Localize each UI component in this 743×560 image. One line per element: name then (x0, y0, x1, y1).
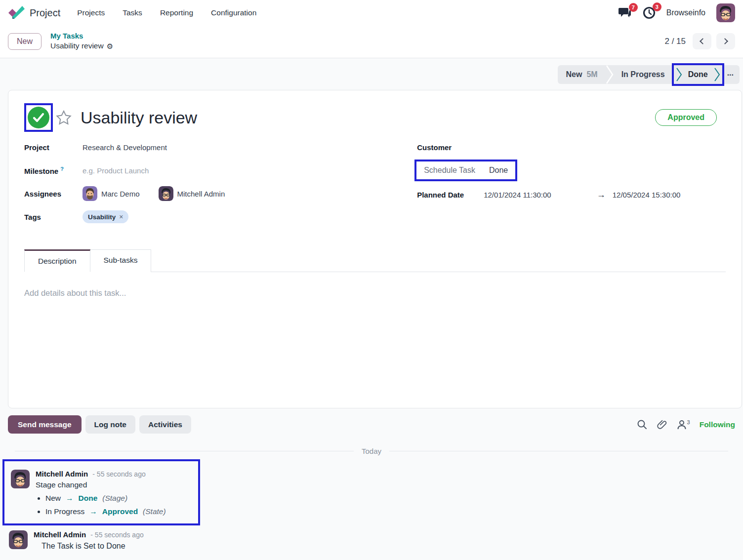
avatar-mitchell-admin[interactable] (9, 530, 28, 551)
annotation-box-schedule-task: Schedule Task Done (414, 160, 517, 181)
activities-button[interactable]: Activities (139, 415, 191, 434)
stage-done[interactable]: Done (682, 70, 714, 79)
search-messages-icon[interactable] (637, 419, 647, 430)
planned-date-start[interactable]: 12/01/2024 11:30:00 (484, 191, 551, 199)
message-stage-changed: Mitchell Admin - 55 seconds ago Stage ch… (11, 470, 198, 516)
activities-clock-icon[interactable]: 3 (643, 6, 656, 19)
message-author: Mitchell Admin (34, 530, 86, 539)
user-avatar[interactable] (716, 3, 735, 22)
assignee-mitchell-admin[interactable]: Mitchell Admin (159, 186, 225, 201)
project-value[interactable]: Research & Development (83, 143, 167, 152)
project-app-icon (8, 5, 25, 21)
stage-new-milestone-count: 5M (586, 70, 597, 79)
chevron-right-icon (722, 38, 728, 44)
planned-date-end[interactable]: 12/05/2024 15:30:00 (613, 191, 681, 199)
messages-badge: 7 (629, 3, 638, 12)
task-form-sheet: Usability review Approved Project Resear… (8, 90, 742, 408)
task-title[interactable]: Usability review (81, 108, 197, 127)
avatar-marc-demo (83, 186, 97, 201)
stage-selector: New 5M In Progress Done ... (558, 65, 740, 84)
messages-icon[interactable]: 7 (618, 7, 632, 19)
stage-new[interactable]: New 5M (558, 65, 605, 84)
pager-next-button[interactable] (716, 33, 735, 49)
state-badge-approved: Approved (655, 109, 717, 126)
message-task-set-done: Mitchell Admin - 55 seconds ago The Task… (9, 530, 743, 551)
send-message-button[interactable]: Send message (8, 415, 82, 434)
project-label: Project (24, 143, 83, 152)
planned-date-label: Planned Date (417, 191, 484, 199)
message-body: The Task is Set to Done (34, 542, 144, 551)
milestone-help-icon: ? (60, 166, 64, 172)
annotation-box-done-check (24, 103, 53, 132)
following-button[interactable]: Following (700, 420, 735, 429)
assignee-marc-demo[interactable]: Marc Demo (83, 186, 140, 201)
app-switcher[interactable]: Project (8, 5, 60, 21)
tag-usability[interactable]: Usability × (83, 210, 128, 223)
stage-separator-icon (606, 65, 614, 84)
assignees-label: Assignees (24, 190, 83, 198)
breadcrumb: My Tasks Usability review ⚙ (50, 31, 113, 51)
tags-label: Tags (24, 213, 83, 221)
control-panel: New My Tasks Usability review ⚙ 2 / 15 (0, 26, 743, 58)
stage-more-button[interactable]: ... (723, 69, 740, 80)
assignee-2-name: Mitchell Admin (177, 190, 225, 198)
menu-tasks[interactable]: Tasks (123, 8, 142, 17)
task-done-check-icon[interactable] (28, 107, 49, 128)
tab-description[interactable]: Description (24, 249, 90, 272)
stage-row: New 5M In Progress Done ... (0, 58, 743, 84)
message-author: Mitchell Admin (36, 470, 88, 478)
chatter-toolbar: Send message Log note Activities 3 Follo… (8, 415, 735, 434)
arrow-icon: → (66, 494, 74, 502)
customer-label: Customer (417, 143, 452, 152)
notebook-tabs: Description Sub-tasks (24, 249, 726, 272)
tracking-change-state: In Progress→Approved(State) (45, 507, 166, 516)
menu-configuration[interactable]: Configuration (211, 8, 256, 17)
message-timestamp: - 55 seconds ago (92, 470, 145, 478)
milestone-input[interactable]: e.g. Product Launch (83, 166, 149, 175)
star-favorite-icon[interactable] (56, 110, 72, 125)
schedule-task-label: Schedule Task (424, 166, 475, 175)
message-timestamp: - 55 seconds ago (90, 531, 143, 539)
tracking-changes-list: New→Done(Stage) In Progress→Approved(Sta… (36, 494, 166, 516)
schedule-task-value[interactable]: Done (489, 166, 508, 175)
main-menu: Projects Tasks Reporting Configuration (77, 8, 256, 17)
chevron-left-icon (700, 38, 706, 44)
today-divider: Today (15, 447, 728, 455)
message-body: Stage changed (36, 480, 166, 489)
followers-count: 3 (687, 419, 690, 425)
avatar-mitchell-admin[interactable] (11, 470, 30, 516)
menu-projects[interactable]: Projects (77, 8, 105, 17)
breadcrumb-current: Usability review (50, 41, 104, 51)
tag-remove-icon[interactable]: × (119, 213, 123, 221)
avatar-mitchell-admin (159, 186, 173, 201)
chevron-teal-right-icon (714, 67, 720, 82)
log-note-button[interactable]: Log note (85, 415, 135, 434)
activities-badge: 3 (653, 2, 661, 11)
today-divider-label: Today (362, 447, 381, 455)
company-name: Browseinfo (666, 8, 705, 17)
tab-sub-tasks[interactable]: Sub-tasks (90, 249, 152, 272)
new-button[interactable]: New (8, 33, 41, 50)
annotation-box-stage-changed-message: Mitchell Admin - 55 seconds ago Stage ch… (2, 459, 200, 525)
top-nav: Project Projects Tasks Reporting Configu… (0, 0, 743, 26)
chevron-teal-left-icon (676, 67, 682, 82)
date-range-arrow-icon: → (597, 190, 606, 200)
assignee-1-name: Marc Demo (101, 190, 140, 198)
menu-reporting[interactable]: Reporting (160, 8, 193, 17)
pager-count: 2 / 15 (664, 37, 686, 46)
annotation-box-done-stage: Done (672, 63, 724, 86)
milestone-label: Milestone ? (24, 166, 83, 175)
attachment-paperclip-icon[interactable] (657, 419, 667, 430)
tracking-change-stage: New→Done(Stage) (45, 494, 166, 503)
gear-icon[interactable]: ⚙ (107, 41, 113, 51)
pager-previous-button[interactable] (693, 33, 711, 49)
description-editor[interactable]: Add details about this task... (24, 288, 726, 298)
app-name: Project (30, 7, 60, 19)
arrow-icon: → (89, 507, 97, 516)
stage-in-progress[interactable]: In Progress (614, 65, 673, 84)
breadcrumb-my-tasks[interactable]: My Tasks (50, 31, 113, 41)
followers-icon[interactable]: 3 (677, 419, 690, 430)
